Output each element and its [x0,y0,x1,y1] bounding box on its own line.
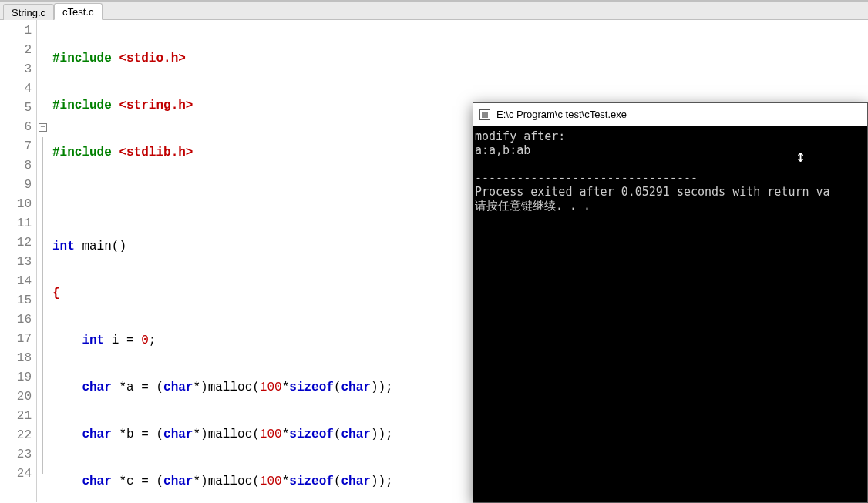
console-titlebar[interactable]: E:\c Program\c test\cTest.exe [473,103,867,126]
line-number: 19 [0,368,36,387]
line-number: 1 [0,22,36,41]
line-number: 8 [0,156,36,176]
line-number: 15 [0,291,36,310]
fold-column: − [37,20,49,502]
console-line: Process exited after 0.05291 seconds wit… [475,185,830,199]
line-number-gutter: 1 2 3 4 5 6 7 8 9 10 11 12 13 14 15 16 1… [0,20,37,502]
resize-cursor-icon: ↕ [796,146,806,166]
tab-string-c[interactable]: String.c [3,4,54,20]
line-number: 14 [0,272,36,291]
console-app-icon [479,109,490,120]
line-number: 21 [0,407,36,426]
console-output[interactable]: modify after: a:a,b:ab -----------------… [473,126,867,216]
line-number: 11 [0,214,36,233]
line-number: 2 [0,41,36,60]
line-number: 7 [0,137,36,156]
line-number: 4 [0,79,36,99]
line-number: 22 [0,426,36,445]
fold-toggle-icon[interactable]: − [39,123,47,132]
line-number: 18 [0,349,36,368]
code-line[interactable]: #include <stdio.h> [49,49,868,69]
line-number: 17 [0,330,36,349]
line-number: 13 [0,253,36,272]
line-number: 24 [0,464,36,484]
tab-ctest-c[interactable]: cTest.c [54,3,102,20]
line-number: 12 [0,233,36,253]
console-title-text: E:\c Program\c test\cTest.exe [496,109,627,120]
line-number: 9 [0,176,36,195]
line-number: 20 [0,387,36,407]
console-window[interactable]: E:\c Program\c test\cTest.exe modify aft… [473,102,868,503]
line-number: 10 [0,195,36,214]
console-line: 请按任意键继续. . . [475,199,590,213]
console-separator: -------------------------------- [475,171,698,185]
line-number: 16 [0,310,36,330]
line-number: 5 [0,99,36,118]
line-number: 23 [0,445,36,464]
line-number: 6 [0,118,36,137]
line-number: 3 [0,60,36,79]
tab-strip: String.c cTest.c [0,2,868,20]
console-line: modify after: [475,129,565,143]
console-line: a:a,b:ab [475,143,530,157]
